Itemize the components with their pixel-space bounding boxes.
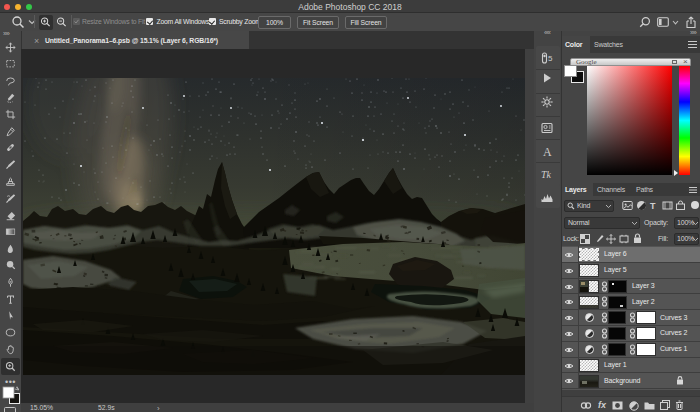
svg-text:Tk: Tk bbox=[541, 169, 552, 180]
svg-text:A: A bbox=[543, 145, 552, 159]
svg-text:5: 5 bbox=[548, 54, 553, 63]
